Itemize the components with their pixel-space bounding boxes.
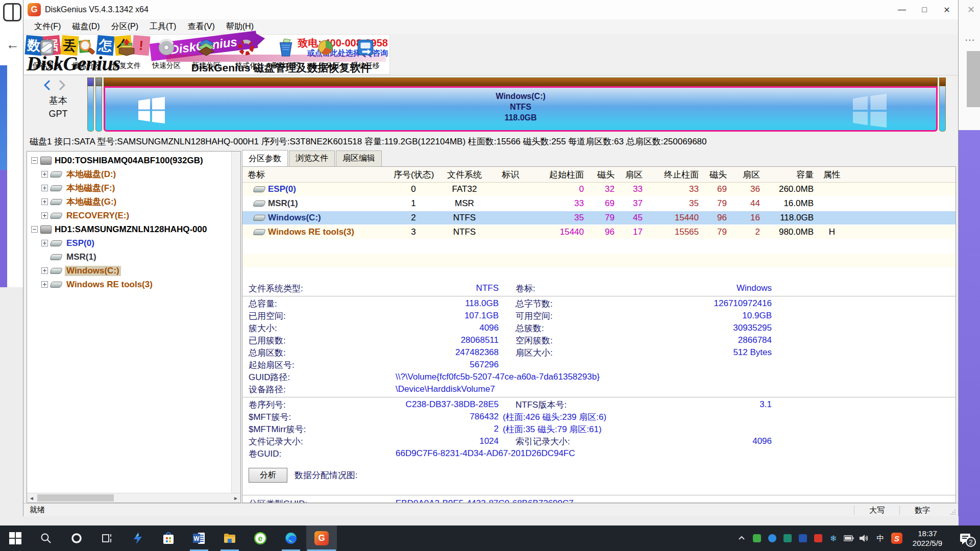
scroll-right-icon[interactable]: ►: [231, 493, 240, 503]
hidden-icons-chevron[interactable]: [734, 525, 749, 551]
expand-icon[interactable]: [41, 240, 48, 246]
column-header-8[interactable]: 磁头: [702, 169, 730, 181]
close-button[interactable]: ✕: [936, 0, 958, 19]
scroll-left-icon[interactable]: ◄: [27, 493, 36, 503]
collapse-icon[interactable]: [31, 157, 38, 164]
column-header-7[interactable]: 终止柱面: [646, 169, 702, 181]
toolbar-button-3[interactable]: 快速分区: [147, 36, 186, 73]
expand-icon[interactable]: [41, 267, 48, 274]
column-header-1[interactable]: 序号(状态): [390, 169, 436, 181]
expand-icon[interactable]: [41, 198, 48, 205]
column-header-0[interactable]: 卷标: [242, 169, 390, 181]
browser-360-icon[interactable]: e: [245, 525, 276, 551]
next-disk-icon[interactable]: [57, 80, 66, 91]
tray-blue-circle-icon[interactable]: [765, 525, 780, 551]
tab-2[interactable]: 扇区编辑: [336, 151, 382, 166]
column-header-5[interactable]: 磁头: [587, 169, 618, 181]
column-header-6[interactable]: 扇区: [618, 169, 646, 181]
tree-partition-node[interactable]: 本地磁盘(G:): [27, 195, 240, 209]
detail-row-3: 簇大小:4096总簇数:30935295: [242, 322, 955, 334]
tree-partition-node[interactable]: 本地磁盘(D:): [27, 167, 240, 181]
tray-navy-icon[interactable]: [795, 525, 811, 551]
collapse-icon[interactable]: [31, 226, 38, 233]
toolbar-button-6[interactable]: 删除分区: [266, 36, 305, 73]
column-header-2[interactable]: 文件系统: [436, 169, 493, 181]
toolbar-button-2[interactable]: 恢复文件: [107, 36, 146, 73]
column-header-9[interactable]: 扇区: [730, 169, 763, 181]
back-arrow-icon[interactable]: ←: [6, 37, 19, 53]
menu-item-3[interactable]: 工具(T): [144, 20, 182, 34]
toolbar-button-1[interactable]: 搜索分区: [67, 36, 106, 73]
diskgenius-icon[interactable]: G: [306, 525, 337, 551]
edge-icon[interactable]: [276, 525, 306, 551]
menu-item-1[interactable]: 磁盘(D): [66, 20, 105, 34]
battery-icon[interactable]: [841, 525, 856, 551]
menu-item-2[interactable]: 分区(P): [106, 20, 144, 34]
partition-row-3[interactable]: Windows RE tools(3)3NTFS1544096171556579…: [242, 226, 955, 240]
snowflake-icon[interactable]: ❄: [826, 525, 841, 551]
thunder-icon[interactable]: [122, 525, 153, 551]
cortana-icon[interactable]: [61, 525, 92, 551]
tree-partition-node[interactable]: Windows RE tools(3): [27, 278, 240, 291]
word-icon[interactable]: W: [184, 525, 214, 551]
toolbar: DiskGenius 致电: 400-008-9958 或点击此处选择QQ咨询 …: [23, 34, 958, 76]
scrollbar-thumb[interactable]: [37, 494, 114, 502]
partition-row-2[interactable]: Windows(C:)2NTFS357945154409616118.0GB: [242, 211, 955, 226]
menu-item-4[interactable]: 查看(V): [182, 20, 220, 34]
task-view-icon[interactable]: [92, 525, 122, 551]
sogou-icon[interactable]: S: [889, 525, 904, 551]
store-icon[interactable]: [153, 525, 184, 551]
maximize-button[interactable]: □: [913, 0, 936, 19]
tree-vertical-scrollbar[interactable]: [231, 152, 240, 493]
title-bar: G DiskGenius V5.4.3.1342 x64 — □ ✕: [23, 0, 958, 19]
toolbar-button-5[interactable]: 格式化: [227, 36, 265, 73]
tree-partition-node[interactable]: RECOVERY(E:): [27, 209, 240, 222]
tab-1[interactable]: 浏览文件: [289, 151, 335, 166]
volume-icon[interactable]: [856, 525, 872, 551]
tree-partition-node[interactable]: Windows(C:): [27, 264, 240, 278]
column-header-4[interactable]: 起始柱面: [528, 169, 587, 181]
column-header-11[interactable]: 属性: [817, 169, 847, 181]
expand-icon[interactable]: [41, 212, 48, 219]
column-header-10[interactable]: 容量: [763, 169, 817, 181]
resize-grip[interactable]: [945, 505, 958, 515]
ime-indicator[interactable]: 中: [872, 525, 889, 551]
partition-icon: [50, 171, 63, 178]
expand-icon[interactable]: [41, 185, 48, 191]
start-icon[interactable]: [0, 525, 31, 551]
tray-green-icon[interactable]: [749, 525, 765, 551]
notification-center-icon[interactable]: 2: [950, 525, 980, 551]
selected-partition-label: Windows(C:) NTFS 118.0GB: [105, 91, 936, 123]
menu-item-0[interactable]: 文件(F): [29, 20, 66, 34]
taskbar-search-icon[interactable]: [31, 525, 61, 551]
tray-red-icon[interactable]: [811, 525, 826, 551]
tree-disk-node[interactable]: HD0:TOSHIBAMQ04ABF100(932GB): [27, 154, 240, 167]
partition-windows-c[interactable]: Windows(C:) NTFS 118.0GB: [104, 78, 938, 132]
column-header-3[interactable]: 标识: [493, 169, 528, 181]
expand-icon[interactable]: [41, 171, 48, 178]
toolbar-button-0[interactable]: 保存更改: [28, 36, 66, 73]
partition-sliver-re-tools[interactable]: [939, 78, 946, 132]
disk-icon: [40, 226, 52, 234]
tree-partition-node[interactable]: 本地磁盘(F:): [27, 181, 240, 195]
tree-partition-node[interactable]: ESP(0): [27, 236, 240, 250]
toolbar-button-4[interactable]: 新建分区: [187, 36, 226, 73]
taskbar-clock[interactable]: 18:37 2022/5/9: [904, 529, 950, 548]
tab-0[interactable]: 分区参数: [242, 150, 288, 167]
file-explorer-icon[interactable]: [214, 525, 245, 551]
partition-row-0[interactable]: ESP(0)0FAT3203233336936260.0MB: [242, 183, 955, 197]
tree-horizontal-scrollbar[interactable]: ◄ ►: [27, 493, 240, 503]
toolbar-button-7[interactable]: 备份分区: [306, 36, 345, 73]
prev-disk-icon[interactable]: [43, 80, 52, 91]
analyze-button[interactable]: 分析: [249, 468, 287, 483]
tray-teal-icon[interactable]: [780, 525, 795, 551]
detail-label: 总容量:: [242, 298, 396, 310]
expand-icon[interactable]: [41, 281, 48, 288]
tree-disk-node[interactable]: HD1:SAMSUNGMZNLN128HAHQ-000: [27, 222, 240, 236]
partition-sliver-esp[interactable]: [87, 78, 94, 132]
partition-sliver-msr[interactable]: [95, 78, 102, 132]
minimize-button[interactable]: —: [891, 0, 913, 19]
partition-row-1[interactable]: MSR(1)1MSR33693735794416.0MB: [242, 197, 955, 211]
toolbar-button-8[interactable]: 系统迁移: [346, 36, 385, 73]
tree-partition-node[interactable]: MSR(1): [27, 250, 240, 264]
